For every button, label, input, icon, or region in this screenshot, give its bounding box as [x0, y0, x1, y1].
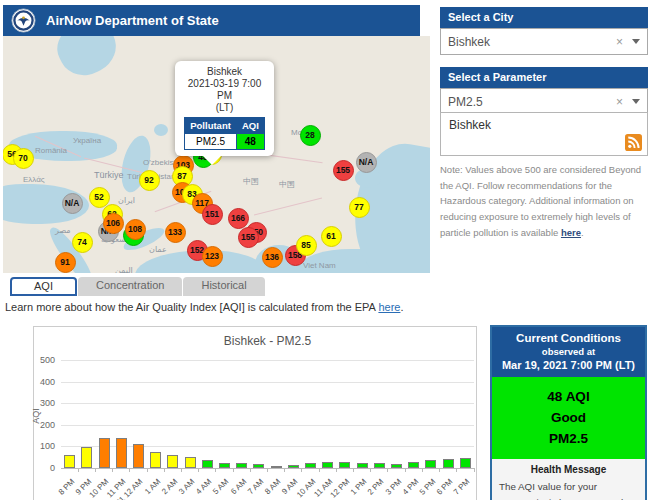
- chart-bar-8-pm: [64, 455, 75, 468]
- app-header: AirNow Department of State: [3, 5, 420, 36]
- chart-bar-2021-12-am: [133, 444, 144, 468]
- parameter-chevron-down-icon[interactable]: [632, 99, 640, 104]
- epa-link[interactable]: here: [378, 301, 400, 313]
- chart-bar-8-am: [271, 466, 282, 468]
- chart-bar-9-pm: [81, 447, 92, 468]
- current-aqi-block: 48 AQI Good PM2.5: [492, 377, 645, 459]
- chart-x-tick: [164, 468, 165, 472]
- popup-table: Pollutant AQI PM2.5 48: [184, 117, 265, 150]
- chart-gridline: [61, 360, 474, 361]
- chart-x-tick: [405, 468, 406, 472]
- parameter-select-value: PM2.5: [448, 95, 616, 109]
- map-country-label: اليمن: [115, 266, 133, 273]
- select-city-header: Select a City: [440, 7, 648, 28]
- aqi-marker-70[interactable]: 70: [13, 148, 34, 169]
- aqi-marker-155[interactable]: 155: [238, 227, 259, 248]
- rss-feed-icon[interactable]: [625, 134, 642, 151]
- aqi-marker-106[interactable]: 106: [103, 213, 124, 234]
- particle-pollution-link[interactable]: here: [561, 227, 581, 238]
- chart-title: Bishkek - PM2.5: [61, 334, 474, 348]
- current-conditions-panel: Current Conditions observed at Mar 19, 2…: [490, 325, 647, 500]
- popup-col-aqi: AQI: [236, 118, 264, 134]
- chart-y-tick-label: 200: [31, 420, 55, 430]
- chart-y-tick-label: 300: [31, 398, 55, 408]
- tab-concentration[interactable]: Concentration: [78, 277, 183, 296]
- health-message-text: The AQI value for your community is betw…: [499, 479, 638, 500]
- chart-x-tick: [474, 468, 475, 472]
- popup-col-pollutant: Pollutant: [185, 118, 237, 134]
- aqi-marker-155[interactable]: 155: [333, 160, 354, 181]
- current-conditions-header: Current Conditions observed at Mar 19, 2…: [492, 327, 645, 377]
- chart-bar-5-am: [219, 463, 230, 468]
- map-country-label: România: [35, 146, 67, 155]
- chart-x-tick: [267, 468, 268, 472]
- chart-bar-3-pm: [391, 464, 402, 468]
- map-country-label: 中国: [279, 179, 295, 190]
- aqi-marker-77[interactable]: 77: [349, 197, 370, 218]
- aqi-marker-151[interactable]: 151: [202, 204, 223, 225]
- chart-gridline: [61, 403, 474, 404]
- map-country-label: Україна: [73, 136, 101, 145]
- tab-aqi[interactable]: AQI: [10, 277, 77, 296]
- city-select[interactable]: Bishkek ×: [440, 28, 648, 55]
- tab-historical[interactable]: Historical: [183, 277, 264, 296]
- chart-bar-2-pm: [374, 463, 385, 468]
- aqi-marker-123[interactable]: 123: [202, 246, 223, 267]
- note-suffix: .: [581, 227, 584, 238]
- chart-bar-10-pm: [99, 438, 110, 468]
- city-clear-icon[interactable]: ×: [616, 35, 623, 49]
- beyond-aqi-note: Note: Values above 500 are considered Be…: [440, 162, 651, 240]
- aqi-marker-166[interactable]: 166: [228, 208, 249, 229]
- chart-x-tick: [439, 468, 440, 472]
- aqi-marker-92[interactable]: 92: [139, 170, 160, 191]
- aqi-marker-136[interactable]: 136: [262, 247, 283, 268]
- chart-bar-1-am: [150, 452, 161, 468]
- map-country-label: مصر: [55, 226, 71, 235]
- parameter-clear-icon[interactable]: ×: [616, 95, 623, 109]
- chart-x-tick: [370, 468, 371, 472]
- feed-box-text: Bishkek: [449, 118, 491, 132]
- chart-x-tick: [353, 468, 354, 472]
- map-country-label: ایران: [118, 196, 135, 205]
- aqi-marker-108[interactable]: 108: [125, 219, 146, 240]
- city-feed-box[interactable]: Bishkek: [440, 112, 648, 156]
- aqi-marker-133[interactable]: 133: [165, 222, 186, 243]
- map[interactable]: Bishkek 2021-03-19 7:00 PM (LT) Pollutan…: [3, 36, 430, 273]
- chart-x-tick: [250, 468, 251, 472]
- learn-more-text: Learn more about how the Air Quality Ind…: [5, 301, 403, 313]
- aqi-marker-28[interactable]: 28: [300, 125, 321, 146]
- aqi-marker-91[interactable]: 91: [55, 252, 76, 273]
- water-aral-sea: [154, 124, 168, 136]
- current-pollutant: PM2.5: [492, 428, 645, 449]
- chart-x-tick: [198, 468, 199, 472]
- aqi-marker-85[interactable]: 85: [296, 235, 317, 256]
- map-country-label: Viet Nam: [303, 261, 336, 270]
- page: AirNow Department of State Bishkek 2021-…: [0, 0, 651, 500]
- learn-more-prefix: Learn more about how the Air Quality Ind…: [5, 301, 378, 313]
- map-country-label: عمان: [149, 245, 167, 254]
- chart-y-tick-label: 0: [31, 463, 55, 473]
- chart-x-tick: [301, 468, 302, 472]
- parameter-select[interactable]: PM2.5 ×: [440, 88, 648, 115]
- state-department-seal-icon: [11, 8, 36, 33]
- city-chevron-down-icon[interactable]: [632, 39, 640, 44]
- chart-gridline: [61, 425, 474, 426]
- aqi-marker-N/A[interactable]: N/A: [62, 193, 83, 214]
- chart-bar-6-pm: [443, 459, 454, 468]
- current-aqi-category: Good: [492, 407, 645, 428]
- chart-y-tick-label: 500: [31, 355, 55, 365]
- current-aqi-value: 48 AQI: [492, 386, 645, 407]
- aqi-chart: Bishkek - PM2.5 AQI 01002003004005008 PM…: [33, 326, 477, 500]
- aqi-marker-52[interactable]: 52: [89, 187, 110, 208]
- chart-bar-12-pm: [339, 462, 350, 468]
- aqi-marker-N/A[interactable]: N/A: [356, 152, 377, 173]
- map-country-label: 中国: [243, 176, 259, 187]
- aqi-marker-61[interactable]: 61: [321, 226, 342, 247]
- chart-gridline: [61, 382, 474, 383]
- chart-y-tick-label: 100: [31, 441, 55, 451]
- aqi-marker-74[interactable]: 74: [72, 232, 93, 253]
- map-country-label: Türkiye: [94, 170, 124, 180]
- chart-x-tick: [319, 468, 320, 472]
- chart-x-tick: [387, 468, 388, 472]
- map-popup: Bishkek 2021-03-19 7:00 PM (LT) Pollutan…: [175, 61, 274, 156]
